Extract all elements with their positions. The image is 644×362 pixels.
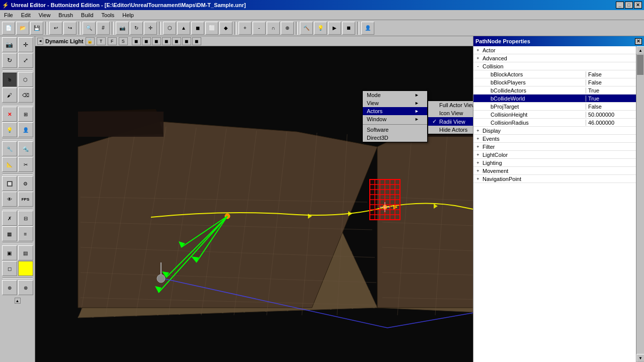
lt-misc9-icon[interactable]: ⊟	[18, 211, 33, 226]
ctx-mode[interactable]: Mode ►	[363, 91, 427, 99]
tb-play[interactable]: ▶	[328, 22, 341, 35]
prop-expand-icon[interactable]: -	[474, 62, 481, 70]
lt-actor2-icon[interactable]: 👤	[18, 122, 33, 137]
vp-btn6[interactable]: ◼	[182, 37, 191, 45]
tb-grid[interactable]: #	[97, 22, 110, 35]
tb-brush1[interactable]: ⬡	[163, 22, 176, 35]
prop-row[interactable]: +Movement	[473, 167, 636, 175]
prop-row[interactable]: +Lighting	[473, 159, 636, 167]
vp-btn4[interactable]: ◼	[162, 37, 171, 45]
tb-stop[interactable]: ⏹	[342, 22, 355, 35]
lt-misc16-icon[interactable]: ⊗	[18, 280, 33, 295]
prop-row[interactable]: +Display	[473, 127, 636, 135]
lt-misc6-icon[interactable]: ⚙	[18, 176, 33, 191]
vp-scroll-left[interactable]: ◄	[37, 38, 43, 45]
prop-row[interactable]: bProjTargetFalse	[473, 103, 636, 111]
prop-row[interactable]: bBlockActorsFalse	[473, 70, 636, 78]
tb-brush2[interactable]: ▲	[177, 22, 190, 35]
menu-file[interactable]: File	[0, 11, 17, 19]
prop-expand-icon[interactable]: +	[474, 46, 481, 54]
prop-row[interactable]: -Collision	[473, 62, 636, 70]
tb-brush5[interactable]: ◆	[219, 22, 232, 35]
tb-build[interactable]: 🔨	[300, 22, 313, 35]
tb-new[interactable]: 📄	[2, 22, 15, 35]
lt-misc3-icon[interactable]: 📐	[2, 157, 17, 172]
prop-expand-icon[interactable]: +	[474, 167, 481, 175]
prop-expand-icon[interactable]: +	[474, 151, 481, 159]
menu-tools[interactable]: Tools	[98, 11, 119, 19]
lt-select-icon[interactable]: 🖱	[2, 72, 17, 87]
lt-scroll-up[interactable]: ▲	[15, 298, 21, 304]
lt-misc8-icon[interactable]: ✗	[2, 211, 17, 226]
sub-icon-view[interactable]: Icon View	[428, 109, 473, 117]
vp-btn7[interactable]: ◼	[192, 37, 201, 45]
lt-scale-icon[interactable]: ⤢	[18, 53, 33, 68]
prop-expand-icon[interactable]	[482, 103, 490, 111]
maximize-button[interactable]: □	[625, 2, 633, 9]
sub-full-actor[interactable]: Full Actor View	[428, 101, 473, 109]
vp-realtime-icon[interactable]: T	[97, 37, 106, 45]
prop-expand-icon[interactable]: +	[474, 54, 481, 62]
properties-scrollbar[interactable]: ▲ ▼	[636, 46, 644, 362]
lt-misc11-icon[interactable]: ≡	[18, 226, 33, 241]
lt-misc2-icon[interactable]: 🔩	[18, 141, 33, 156]
prop-expand-icon[interactable]	[482, 111, 490, 119]
prop-expand-icon[interactable]: +	[474, 127, 481, 135]
vp-btn2[interactable]: ◼	[142, 37, 151, 45]
prop-row[interactable]: bCollideActorsTrue	[473, 86, 636, 95]
prop-expand-icon[interactable]	[482, 95, 490, 103]
tb-light[interactable]: 💡	[314, 22, 327, 35]
scroll-up-arrow[interactable]: ▲	[636, 46, 644, 54]
prop-row[interactable]: +LightColor	[473, 151, 636, 159]
lt-misc5-icon[interactable]: 🔲	[2, 176, 17, 191]
lt-rotate-icon[interactable]: ↻	[2, 53, 17, 68]
lt-misc14-icon[interactable]: ◻	[2, 261, 17, 276]
properties-content[interactable]: +Actor+Advanced-CollisionbBlockActorsFal…	[473, 46, 636, 362]
minimize-button[interactable]: _	[616, 2, 624, 9]
tb-csg4[interactable]: ⊕	[281, 22, 294, 35]
tb-csg3[interactable]: ∩	[267, 22, 280, 35]
lt-camera-icon[interactable]: 📷	[2, 37, 17, 52]
prop-row[interactable]: +NavigationPoint	[473, 175, 636, 183]
lt-paint-icon[interactable]: 🖌	[2, 87, 17, 103]
lt-erase-icon[interactable]: ⌫	[18, 87, 33, 103]
sub-hide-actors[interactable]: Hide Actors	[428, 126, 473, 134]
tb-rotate[interactable]: ↻	[130, 22, 143, 35]
prop-expand-icon[interactable]	[482, 70, 490, 78]
vp-show-icon[interactable]: S	[119, 37, 128, 45]
prop-row[interactable]: +Filter	[473, 143, 636, 151]
tb-camera[interactable]: 📷	[116, 22, 129, 35]
lt-misc7-icon[interactable]: 👁	[2, 192, 17, 207]
lt-light2-icon[interactable]: 💡	[2, 122, 17, 137]
tb-csg1[interactable]: +	[238, 22, 252, 35]
tb-redo[interactable]: ↪	[63, 22, 76, 35]
lt-misc13-icon[interactable]: ▤	[18, 245, 33, 260]
vp-btn5[interactable]: ◼	[172, 37, 181, 45]
properties-close-button[interactable]: ✕	[635, 38, 642, 45]
close-button[interactable]: ✕	[634, 2, 642, 9]
tb-csg2[interactable]: -	[253, 22, 266, 35]
prop-row[interactable]: CollisionRadius46.000000	[473, 119, 636, 127]
lt-fps-icon[interactable]: FPS	[18, 192, 33, 207]
vp-btn1[interactable]: ◼	[132, 37, 141, 45]
prop-expand-icon[interactable]: +	[474, 159, 481, 167]
menu-edit[interactable]: Edit	[17, 11, 35, 19]
lt-move-icon[interactable]: ✛	[18, 37, 33, 52]
tb-search[interactable]: 🔍	[83, 22, 96, 35]
vp-btn3[interactable]: ◼	[152, 37, 161, 45]
ctx-actors[interactable]: Actors ►	[363, 107, 427, 115]
ctx-window[interactable]: Window ►	[363, 115, 427, 123]
prop-row[interactable]: +Events	[473, 135, 636, 143]
lt-color-icon[interactable]	[18, 261, 33, 276]
lt-misc15-icon[interactable]: ⊕	[2, 280, 17, 295]
tb-open[interactable]: 📂	[16, 22, 29, 35]
lt-misc4-icon[interactable]: ✂	[18, 157, 33, 172]
menu-view[interactable]: View	[35, 11, 55, 19]
tb-brush4[interactable]: ⬜	[205, 22, 218, 35]
lt-grid2-icon[interactable]: ⊞	[18, 107, 33, 122]
prop-expand-icon[interactable]	[482, 86, 490, 95]
tb-brush3[interactable]: ◼	[191, 22, 204, 35]
ctx-direct3d[interactable]: Direct3D	[363, 134, 427, 142]
prop-row[interactable]: CollisionHeight50.000000	[473, 111, 636, 119]
lt-polygon-icon[interactable]: ⬡	[18, 72, 33, 87]
